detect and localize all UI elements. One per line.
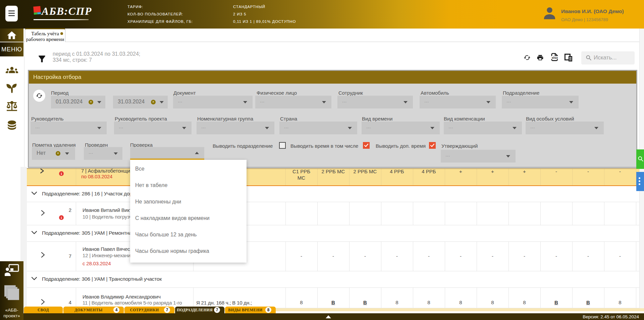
svg-text:xlsx: xlsx bbox=[552, 56, 558, 59]
